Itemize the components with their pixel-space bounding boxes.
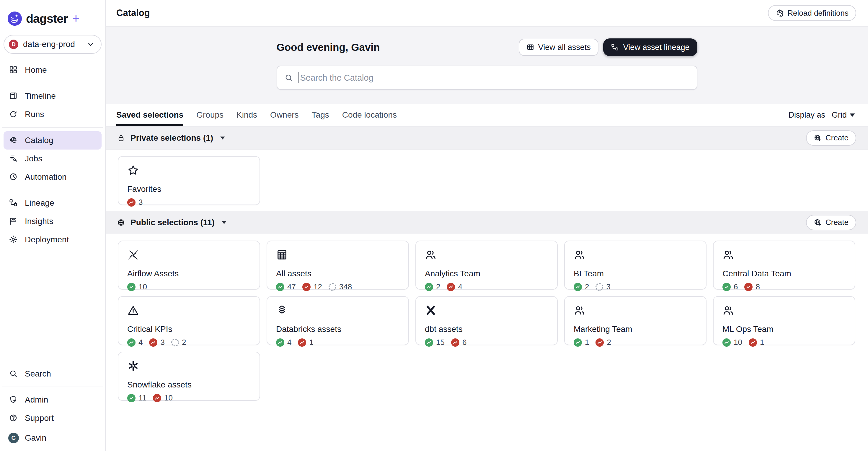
status-count-failed: 8 — [744, 282, 760, 291]
materialized-status-icon — [425, 283, 433, 291]
materialized-status-icon — [276, 338, 284, 347]
sidebar-item-label: Home — [25, 65, 47, 75]
selection-card-ml-ops-team[interactable]: ML Ops Team101 — [713, 296, 855, 345]
selection-card-dbt-assets[interactable]: dbt assets156 — [415, 296, 558, 345]
sidebar-item-automation[interactable]: Automation — [4, 168, 101, 186]
card-title: Critical KPIs — [127, 325, 251, 334]
selection-card-critical-kpis[interactable]: Critical KPIs432 — [118, 296, 260, 345]
create-selection-button[interactable]: Create — [806, 130, 856, 146]
never-materialized-status-icon — [171, 339, 179, 346]
selection-card-favorites[interactable]: Favorites3 — [118, 156, 260, 205]
selection-cards-grid: Airflow Assets10All assets4712348Analyti… — [118, 241, 856, 401]
reload-definitions-button[interactable]: Reload definitions — [768, 5, 856, 21]
jobs-icon — [9, 154, 18, 164]
sidebar-item-lineage[interactable]: Lineage — [4, 194, 101, 212]
sidebar-item-home[interactable]: Home — [4, 61, 101, 79]
status-count-failed: 6 — [451, 338, 466, 347]
failed-status-icon — [149, 338, 157, 347]
card-title: Databricks assets — [276, 325, 399, 334]
failed-status-icon — [595, 338, 604, 347]
tab-code-locations[interactable]: Code locations — [342, 104, 397, 126]
sidebar-item-admin[interactable]: Admin — [4, 391, 101, 409]
catalog-search[interactable] — [277, 66, 698, 90]
sidebar-item-label: Deployment — [25, 235, 69, 245]
selection-card-marketing-team[interactable]: Marketing Team12 — [564, 296, 707, 345]
status-count-value: 1 — [309, 338, 313, 347]
selection-card-all-assets[interactable]: All assets4712348 — [267, 241, 409, 290]
card-title: ML Ops Team — [722, 325, 846, 334]
view-all-assets-button[interactable]: View all assets — [519, 39, 598, 56]
selection-card-analytics-team[interactable]: Analytics Team24 — [415, 241, 558, 290]
globe-plus-icon — [814, 134, 822, 142]
section-toggle[interactable]: Private selections (1) — [117, 133, 225, 143]
tab-kinds[interactable]: Kinds — [237, 104, 257, 126]
tab-saved-selections[interactable]: Saved selections — [116, 104, 183, 126]
sidebar-item-deployment[interactable]: Deployment — [4, 230, 101, 249]
section-toggle[interactable]: Public selections (11) — [117, 218, 226, 227]
card-title: dbt assets — [425, 325, 548, 334]
workspace-switcher[interactable]: D data-eng-prod — [4, 35, 101, 54]
sidebar-item-label: Lineage — [25, 198, 54, 208]
status-count-failed: 2 — [595, 338, 611, 347]
materialized-status-icon — [276, 283, 284, 291]
selection-card-snowflake-assets[interactable]: Snowflake assets1110 — [118, 352, 260, 401]
status-count-failed: 3 — [127, 198, 143, 207]
section-title: Public selections (11) — [130, 218, 215, 227]
section-band: Private selections (1)Create — [106, 126, 868, 149]
status-count-never: 2 — [171, 338, 186, 347]
status-count-value: 348 — [339, 282, 352, 291]
asset-status-counts: 24 — [425, 282, 548, 291]
view-asset-lineage-button[interactable]: View asset lineage — [603, 38, 698, 56]
failed-status-icon — [451, 338, 459, 347]
caret-down-icon — [222, 221, 226, 224]
status-count-value: 6 — [462, 338, 466, 347]
selection-card-airflow-assets[interactable]: Airflow Assets10 — [118, 241, 260, 290]
status-count-failed: 4 — [447, 282, 462, 291]
snowflake-icon — [127, 360, 139, 372]
sidebar-item-catalog[interactable]: Catalog — [4, 131, 101, 149]
table-icon — [526, 43, 535, 51]
tab-groups[interactable]: Groups — [196, 104, 223, 126]
selection-card-central-data-team[interactable]: Central Data Team68 — [713, 241, 855, 290]
status-count-value: 12 — [314, 282, 322, 291]
sidebar-item-jobs[interactable]: Jobs — [4, 149, 101, 168]
card-title: Snowflake assets — [127, 380, 251, 390]
status-count-failed: 1 — [749, 338, 764, 347]
status-count-value: 6 — [734, 282, 738, 291]
selection-card-bi-team[interactable]: BI Team23 — [564, 241, 707, 290]
failed-status-icon — [298, 338, 306, 347]
section-band: Public selections (11)Create — [106, 211, 868, 234]
status-count-success: 6 — [722, 282, 738, 291]
brand-plus-badge: + — [72, 11, 80, 26]
tabs: Saved selectionsGroupsKindsOwnersTagsCod… — [116, 104, 397, 126]
status-count-value: 11 — [138, 393, 147, 402]
status-count-value: 10 — [734, 338, 742, 347]
tab-tags[interactable]: Tags — [312, 104, 329, 126]
table-icon — [276, 249, 288, 261]
user-menu[interactable]: G Gavin — [0, 427, 105, 446]
nav-divider — [2, 83, 103, 83]
sidebar-item-insights[interactable]: Insights — [4, 212, 101, 230]
asset-status-counts: 1110 — [127, 393, 251, 402]
help-circle-icon — [9, 414, 18, 423]
sidebar: dagster + D data-eng-prod HomeTimelineRu… — [0, 0, 106, 451]
status-count-success: 4 — [127, 338, 143, 347]
create-selection-button[interactable]: Create — [806, 215, 856, 230]
sidebar-item-timeline[interactable]: Timeline — [4, 87, 101, 105]
sidebar-item-search[interactable]: Search — [4, 365, 101, 383]
materialized-status-icon — [574, 283, 582, 291]
sidebar-item-label: Admin — [25, 395, 48, 404]
caret-down-icon — [220, 137, 225, 140]
create-label: Create — [826, 133, 848, 142]
sidebar-item-runs[interactable]: Runs — [4, 105, 101, 123]
tab-owners[interactable]: Owners — [270, 104, 299, 126]
sidebar-item-support[interactable]: Support — [4, 409, 101, 427]
brand-logo[interactable]: dagster + — [0, 0, 105, 28]
failed-status-icon — [127, 198, 135, 206]
selection-card-databricks-assets[interactable]: Databricks assets41 — [267, 296, 409, 345]
workspace-name: data-eng-prod — [23, 39, 82, 49]
display-as-select[interactable]: Grid — [832, 111, 855, 120]
sidebar-item-label: Search — [25, 369, 51, 378]
search-input[interactable] — [300, 73, 690, 83]
asset-status-counts: 10 — [127, 282, 251, 291]
